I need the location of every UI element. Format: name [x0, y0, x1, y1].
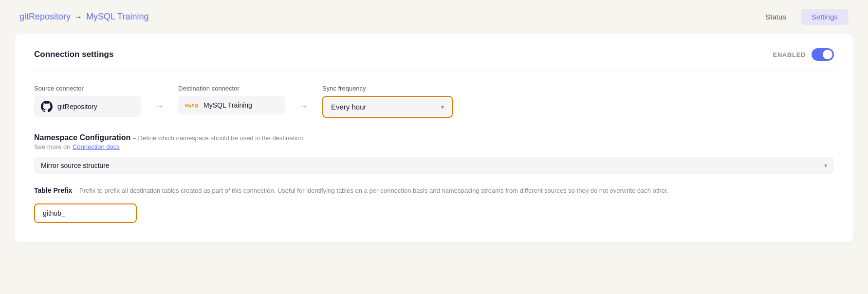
namespace-description: Define which namespace should be used in…: [138, 134, 305, 142]
enabled-toggle[interactable]: [812, 48, 834, 61]
namespace-title-line: Namespace Configuration – Define which n…: [34, 133, 305, 142]
table-prefix-dash: –: [74, 187, 79, 194]
mysql-icon: MySQL: [185, 101, 199, 110]
sync-frequency-select[interactable]: Every hour ▾: [324, 98, 451, 116]
sync-frequency-label: Sync frequency: [322, 85, 453, 92]
destination-connector-label: Destination connector: [178, 85, 285, 92]
namespace-value: Mirror source structure: [41, 162, 110, 169]
github-icon: [41, 101, 53, 112]
namespace-docs-link[interactable]: Connection docs: [73, 143, 120, 150]
main-card: Connection settings ENABLED Source conne…: [15, 34, 853, 242]
sync-frequency-select-wrapper: Every hour ▾: [322, 96, 453, 118]
namespace-chevron-icon: ▾: [824, 162, 827, 169]
tab-status[interactable]: Status: [755, 9, 797, 25]
breadcrumb-destination[interactable]: MySQL Training: [86, 12, 148, 22]
connectors-row: Source connector gitRepository → Destina…: [34, 85, 834, 118]
source-arrow: →: [156, 102, 164, 111]
card-header: Connection settings ENABLED: [34, 48, 834, 71]
breadcrumb-source[interactable]: gitRepository: [19, 12, 71, 22]
table-prefix-input-wrapper: [34, 203, 137, 223]
namespace-title: Namespace Configuration: [34, 133, 130, 142]
destination-connector-box: MySQL MySQL Training: [178, 96, 285, 114]
source-connector-group: Source connector gitRepository: [34, 85, 141, 117]
destination-arrow: →: [300, 102, 308, 111]
source-connector-name: gitRepository: [57, 103, 97, 110]
table-prefix-title-line: Table Prefix – Prefix to prefix all dest…: [34, 186, 834, 196]
enabled-text: ENABLED: [773, 51, 806, 58]
namespace-title-row: Namespace Configuration – Define which n…: [34, 133, 834, 151]
top-navigation: gitRepository → MySQL Training Status Se…: [0, 0, 868, 34]
destination-connector-name: MySQL Training: [203, 101, 252, 109]
table-prefix-title: Table Prefix: [34, 186, 72, 194]
sync-chevron-icon: ▾: [441, 104, 444, 110]
card-title: Connection settings: [34, 50, 113, 59]
table-prefix-section: Table Prefix – Prefix to prefix all dest…: [34, 186, 834, 223]
svg-text:MySQL: MySQL: [185, 103, 199, 108]
namespace-dash: –: [133, 134, 138, 142]
breadcrumb-arrow: →: [74, 13, 82, 21]
source-connector-label: Source connector: [34, 85, 141, 92]
sync-frequency-value: Every hour: [331, 103, 367, 111]
source-connector-box: gitRepository: [34, 96, 141, 117]
enabled-row: ENABLED: [773, 48, 834, 61]
table-prefix-description: Prefix to prefix all destination tables …: [79, 187, 668, 194]
namespace-select[interactable]: Mirror source structure ▾: [34, 157, 834, 174]
namespace-link-line: See more on Connection docs: [34, 142, 120, 151]
breadcrumb: gitRepository → MySQL Training: [19, 12, 148, 22]
destination-connector-group: Destination connector MySQL MySQL Traini…: [178, 85, 285, 114]
namespace-section: Namespace Configuration – Define which n…: [34, 133, 834, 174]
sync-frequency-group: Sync frequency Every hour ▾: [322, 85, 453, 118]
table-prefix-input[interactable]: [35, 204, 136, 222]
namespace-see-more: See more on: [34, 143, 70, 150]
nav-tabs: Status Settings: [755, 9, 849, 25]
tab-settings[interactable]: Settings: [801, 9, 849, 25]
